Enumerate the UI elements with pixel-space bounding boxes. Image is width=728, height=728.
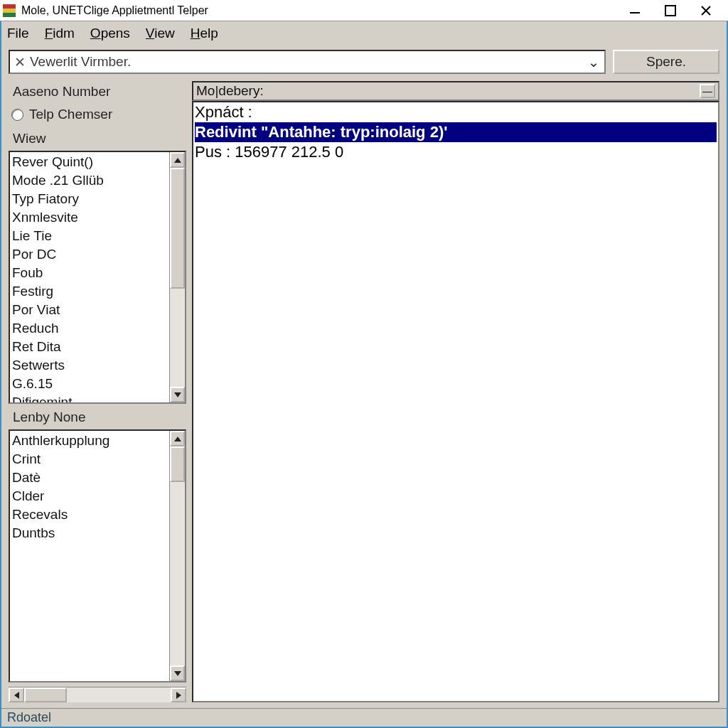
radio-icon: [11, 109, 23, 121]
list-item[interactable]: Clder: [12, 487, 184, 505]
scroll-down-button[interactable]: [170, 387, 185, 402]
clear-icon[interactable]: ✕: [14, 54, 26, 70]
list-item[interactable]: Rever Quint(): [12, 153, 184, 171]
close-button[interactable]: [695, 2, 717, 19]
radio-telp-chemser[interactable]: Telp Chemser: [9, 104, 186, 125]
list-item[interactable]: Festirg: [12, 282, 184, 301]
list-item[interactable]: Mode .21 Gllüb: [12, 171, 184, 190]
menubar: File Fidm Opens View Help: [1, 21, 727, 46]
scrollbar-vertical[interactable]: [169, 431, 185, 681]
console-header-label: Mo|debery:: [196, 83, 264, 99]
section-wiew-label: Wiew: [9, 128, 186, 148]
scroll-right-button[interactable]: [171, 687, 186, 702]
svg-rect-0: [3, 4, 16, 9]
list-item[interactable]: Anthlerkupplung: [12, 432, 184, 450]
scroll-up-button[interactable]: [170, 152, 185, 168]
left-panel: Aaseno Number Telp Chemser Wiew Rever Qu…: [9, 81, 186, 702]
section-lenby-label: Lenby None: [9, 407, 186, 427]
menu-opens[interactable]: Opens: [90, 26, 130, 41]
right-panel: Mo|debery: — Xpnáct : Redivint "Antahhe:…: [192, 81, 719, 702]
maximize-button[interactable]: [660, 2, 681, 19]
chevron-down-icon[interactable]: ⌄: [587, 54, 600, 70]
address-combo[interactable]: ✕ Vewerlit Virmber. ⌄: [9, 50, 606, 74]
console-line-selected[interactable]: Redivint "Antahhe: tryp:inolaig 2)': [195, 122, 717, 142]
address-combo-text: Vewerlit Virmber.: [30, 54, 587, 70]
app-icon: [3, 4, 16, 17]
svg-rect-3: [630, 12, 640, 14]
section-aaseno-label: Aaseno Number: [9, 81, 186, 101]
wiew-listbox[interactable]: Rever Quint() Mode .21 Gllüb Typ Fiatory…: [9, 151, 186, 404]
list-item[interactable]: Recevals: [12, 505, 184, 524]
scroll-left-button[interactable]: [9, 687, 24, 702]
list-item[interactable]: Setwerts: [12, 356, 184, 375]
console-line[interactable]: Pus : 156977 212.5 0: [195, 142, 717, 162]
list-item[interactable]: Por Viat: [12, 301, 184, 319]
status-text: Rdoatel: [7, 710, 51, 724]
list-item[interactable]: Datè: [12, 469, 184, 487]
list-item[interactable]: Crint: [12, 450, 184, 469]
menu-fidm[interactable]: Fidm: [45, 26, 75, 41]
list-item[interactable]: Typ Fiatory: [12, 190, 184, 208]
scrollbar-vertical[interactable]: [169, 152, 185, 402]
scroll-down-button[interactable]: [170, 665, 185, 681]
console-line[interactable]: Xpnáct :: [195, 102, 717, 122]
menu-view[interactable]: View: [146, 26, 175, 41]
list-item[interactable]: Lie Tie: [12, 227, 184, 245]
titlebar: Mole, UNETClige Applietmentl Telper: [0, 0, 728, 21]
list-item[interactable]: Ret Dita: [12, 338, 184, 356]
list-item[interactable]: Por DC: [12, 245, 184, 264]
list-item[interactable]: Foub: [12, 264, 184, 282]
list-item[interactable]: Duntbs: [12, 524, 184, 542]
menu-file[interactable]: File: [7, 26, 29, 41]
svg-rect-1: [3, 9, 16, 13]
spere-button[interactable]: Spere.: [613, 50, 719, 74]
svg-rect-4: [665, 6, 675, 16]
radio-label: Telp Chemser: [29, 107, 112, 122]
statusbar: Rdoatel: [1, 708, 727, 727]
lenby-listbox[interactable]: Anthlerkupplung Crint Datè Clder Receval…: [9, 429, 186, 682]
menu-help[interactable]: Help: [191, 26, 218, 41]
minimize-button[interactable]: [624, 2, 646, 19]
list-item[interactable]: Difigemint: [12, 393, 184, 404]
panel-minimize-button[interactable]: —: [700, 84, 715, 98]
list-item[interactable]: Reduch: [12, 319, 184, 338]
console-output[interactable]: Xpnáct : Redivint "Antahhe: tryp:inolaig…: [192, 101, 719, 702]
svg-rect-2: [3, 13, 16, 17]
list-item[interactable]: G.6.15: [12, 375, 184, 393]
scroll-up-button[interactable]: [170, 431, 185, 446]
console-header: Mo|debery: —: [192, 81, 719, 101]
window-title: Mole, UNETClige Applietmentl Telper: [21, 4, 624, 17]
window-controls: [624, 2, 725, 19]
list-item[interactable]: Xnmlesvite: [12, 208, 184, 227]
toolbar: ✕ Vewerlit Virmber. ⌄ Spere.: [1, 46, 727, 78]
scrollbar-horizontal[interactable]: [9, 687, 186, 702]
